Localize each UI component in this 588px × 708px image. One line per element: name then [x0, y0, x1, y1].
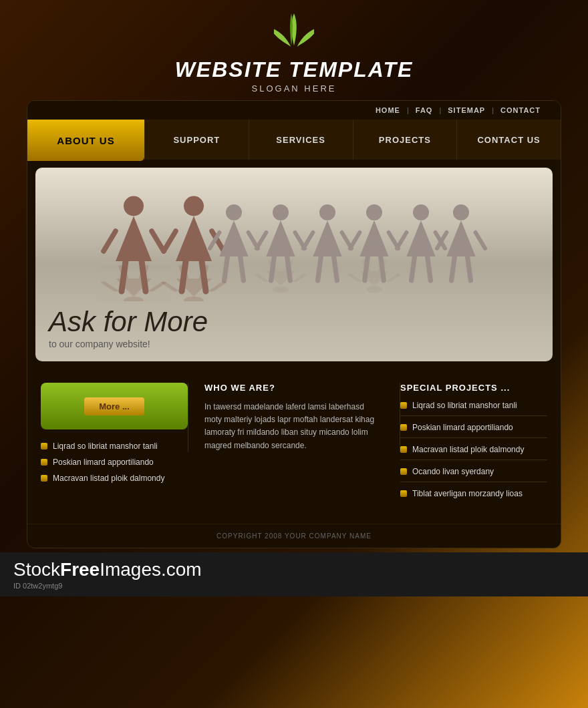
content-area: More ... Liqrad so libriat manshor tanli…	[27, 369, 561, 524]
footer-text: COPYRIGHT 2008 YOUR COMPANY NAME	[216, 532, 372, 540]
svg-line-9	[45, 184, 48, 198]
nav-sitemap[interactable]: SITEMAP	[441, 106, 492, 114]
list-item: Liqrad so libriat manshor tanli	[41, 441, 188, 451]
list-bullet-icon	[400, 424, 407, 431]
list-item-text: Liqrad so libriat manshor tanli	[53, 441, 158, 451]
right-list-item: Poskian limard apportiliando	[400, 423, 547, 438]
logo-icon	[274, 12, 314, 52]
list-bullet-icon	[400, 402, 407, 409]
left-column: More ... Liqrad so libriat manshor tanli…	[41, 383, 188, 490]
nav-contact[interactable]: CONTACT	[494, 106, 547, 114]
hero-text: Ask for More to our company website!	[35, 301, 553, 349]
list-bullet-icon	[400, 490, 407, 497]
list-item: Macravan listad ploik dalmondy	[41, 474, 188, 483]
nav-home[interactable]: HOME	[369, 106, 407, 114]
watermark-stock: Stock	[13, 559, 60, 580]
list-bullet-icon	[400, 468, 407, 475]
site-header: WEBSITE TEMPLATE SLOGAN HERE	[0, 0, 588, 100]
who-we-are-text: In tawersd madelande laferd lamsi laberh…	[204, 401, 384, 452]
watermark-text: StockFreeImages.com	[13, 559, 575, 580]
site-slogan: SLOGAN HERE	[0, 83, 588, 94]
center-column: WHO WE ARE? In tawersd madelande laferd …	[188, 383, 400, 452]
list-item: Poskian limard apportiliando	[41, 458, 188, 467]
special-projects-title: SPECIAL PROJECTS ...	[400, 383, 547, 393]
right-list-item-text: Poskian limard apportiliando	[412, 423, 513, 432]
list-bullet-icon	[41, 475, 47, 482]
right-list-item-text: Macravan listad ploik dalmondy	[412, 445, 524, 454]
nav-services[interactable]: SERVICES	[249, 120, 353, 160]
site-footer: COPYRIGHT 2008 YOUR COMPANY NAME	[27, 524, 561, 548]
right-list-item: Liqrad so libriat manshor tanli	[400, 401, 547, 416]
who-we-are-title: WHO WE ARE?	[204, 383, 384, 393]
right-list-item: Ocando livan syerdany	[400, 467, 547, 482]
nav-about-us[interactable]: ABOUT US	[27, 120, 144, 161]
nav-support[interactable]: SUPPORT	[144, 120, 249, 160]
watermark-free: Free	[60, 559, 100, 580]
nav-projects[interactable]: PROJECTS	[353, 120, 457, 160]
list-bullet-icon	[41, 443, 47, 450]
right-list-item: Macravan listad ploik dalmondy	[400, 445, 547, 460]
svg-line-4	[45, 184, 48, 198]
watermark-id: ID 02tw2ymtg9	[13, 582, 575, 590]
site-title: WEBSITE TEMPLATE	[0, 57, 588, 82]
hero-subtext: to our company website!	[49, 339, 539, 349]
watermark-bar: StockFreeImages.com ID 02tw2ymtg9	[0, 552, 588, 596]
main-nav: ABOUT US SUPPORT SERVICES PROJECTS CONTA…	[27, 120, 561, 160]
right-list-item: Tiblat averligan morzandy lioas	[400, 489, 547, 504]
nav-contact-us[interactable]: CONTACT US	[456, 120, 561, 160]
watermark-images: Images.com	[100, 559, 202, 580]
right-list-item-text: Tiblat averligan morzandy lioas	[412, 489, 523, 498]
hero-heading: Ask for More	[49, 308, 539, 336]
right-list-item-text: Ocando livan syerdany	[412, 467, 494, 476]
right-column: SPECIAL PROJECTS ... Liqrad so libriat m…	[400, 383, 547, 510]
list-bullet-icon	[400, 446, 407, 453]
list-bullet-icon	[41, 459, 47, 466]
hero-banner: Ask for More to our company website!	[35, 168, 553, 361]
more-button[interactable]: More ...	[84, 397, 144, 415]
top-nav: HOME | FAQ | SITEMAP | CONTACT	[27, 101, 561, 120]
list-item-text: Poskian limard apportiliando	[53, 458, 154, 467]
nav-faq[interactable]: FAQ	[409, 106, 440, 114]
hero-figures	[35, 168, 553, 301]
more-btn-box: More ...	[41, 383, 188, 429]
list-item-text: Macravan listad ploik dalmondy	[53, 474, 164, 483]
right-list-item-text: Liqrad so libriat manshor tanli	[412, 401, 517, 410]
main-container: HOME | FAQ | SITEMAP | CONTACT ABOUT US …	[27, 100, 561, 548]
